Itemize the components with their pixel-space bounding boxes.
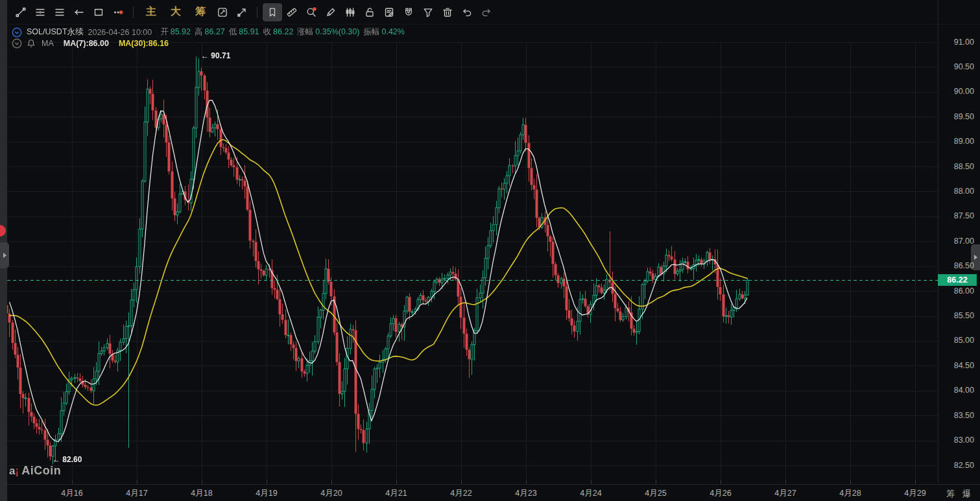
aicoin-logo-icon: a¡: [9, 465, 19, 478]
time-tick-label: 4月28: [839, 488, 861, 499]
time-tick-label: 4月16: [61, 488, 82, 499]
price-tick-label: 89.50: [954, 112, 974, 121]
price-tick-label: 87.00: [954, 237, 974, 246]
ruler-icon[interactable]: [282, 3, 302, 21]
time-axis[interactable]: 筹爆 4月164月174月184月194月204月214月224月234月244…: [7, 484, 980, 501]
notification-badge[interactable]: [0, 225, 6, 237]
indicator-shortcut-chips[interactable]: 筹: [946, 488, 955, 500]
field-label: 低: [229, 27, 237, 36]
horizontal-ray-icon[interactable]: [69, 3, 89, 21]
symbol-info-row: SOL/USDT永续 2026-04-26 10:00 开85.92高86.27…: [12, 27, 405, 38]
watermark-logo: a¡ AiCoin: [9, 464, 61, 478]
time-tick-label: 4月25: [645, 488, 666, 499]
field-label: 收: [263, 27, 272, 36]
price-tick-label: 82.50: [954, 461, 974, 470]
note-icon[interactable]: [379, 3, 399, 21]
brush-icon[interactable]: [321, 3, 341, 21]
more-tools-icon[interactable]: [108, 3, 128, 21]
collapse-ma-icon[interactable]: [12, 38, 22, 49]
price-tick-label: 86.00: [954, 286, 974, 296]
field-label: 开: [160, 27, 169, 36]
time-tick-label: 4月23: [515, 488, 536, 499]
rectangle-icon[interactable]: [89, 3, 108, 21]
collapse-symbol-icon[interactable]: [12, 27, 22, 38]
horizontal-line-icon[interactable]: [30, 3, 50, 21]
field-label: 涨幅: [297, 27, 313, 36]
candlestick-chart[interactable]: [7, 25, 938, 484]
trash-icon[interactable]: [438, 3, 457, 21]
alert-bell-icon[interactable]: [27, 39, 36, 48]
time-tick-label: 4月18: [191, 488, 212, 499]
bookmark-icon[interactable]: [263, 3, 282, 21]
candle-datetime: 2026-04-26 10:00: [88, 28, 152, 37]
drawing-toolbar: 主大筹: [7, 0, 980, 25]
price-tick-label: 88.00: [954, 187, 974, 196]
toolbar-separator: [133, 6, 134, 18]
large-chart-button[interactable]: 大: [163, 5, 188, 19]
time-tick-label: 4月22: [450, 488, 472, 499]
time-tick-label: 4月19: [256, 488, 277, 499]
price-tick-label: 84.00: [954, 386, 974, 395]
time-tick-label: 4月27: [774, 488, 796, 499]
ma30-value: MA(30):86.16: [119, 39, 169, 48]
chips-button[interactable]: 筹: [188, 5, 213, 19]
undo-icon[interactable]: [457, 3, 477, 21]
field-label: 振幅: [363, 27, 379, 36]
ma-indicator-label[interactable]: MA: [42, 39, 54, 48]
time-tick-label: 4月17: [126, 488, 147, 499]
chart-window: 主大筹 SOL/USDT永续 2026-04-26 10:00 开85.92高8…: [0, 0, 980, 501]
aicoin-logo-text: AiCoin: [21, 464, 61, 478]
time-tick-label: 4月21: [385, 488, 407, 499]
time-tick-label: 4月20: [320, 488, 342, 499]
field-value: 86.22: [273, 27, 293, 36]
low-marker: ← 82.60: [53, 455, 82, 464]
parallel-lines-icon[interactable]: [50, 3, 69, 21]
price-tick-label: 86.50: [954, 261, 974, 270]
last-price-badge: 86.22: [938, 274, 977, 286]
price-tick-label: 90.00: [954, 87, 974, 96]
toolbar-separator: [257, 6, 257, 18]
price-tick-label: 91.00: [954, 38, 974, 47]
indicator-shortcuts: 筹爆: [946, 488, 971, 500]
chevron-right-icon: [3, 253, 6, 258]
trend-line-icon[interactable]: [11, 3, 30, 21]
field-value: 86.27: [205, 27, 225, 36]
symbol-name[interactable]: SOL/USDT永续: [27, 27, 84, 38]
field-value: 0.42%: [381, 27, 404, 36]
ma7-value: MA(7):86.00: [64, 39, 109, 48]
ohlc-fields: 开85.92高86.27低85.91收86.22涨幅0.35%(0.30)振幅0…: [156, 27, 405, 38]
lock-icon[interactable]: [360, 3, 379, 21]
time-tick-label: 4月29: [904, 488, 926, 499]
field-value: 85.91: [239, 27, 259, 36]
measure-candles-icon[interactable]: [341, 3, 360, 21]
price-tick-label: 85.00: [954, 336, 974, 345]
price-tick-label: 84.50: [954, 361, 974, 370]
left-panel-expand-handle[interactable]: [0, 242, 9, 268]
magnet-icon[interactable]: [399, 3, 418, 21]
indicator-shortcut-burst[interactable]: 爆: [962, 488, 971, 500]
price-tick-label: 83.50: [954, 411, 974, 420]
annotate-icon[interactable]: [213, 3, 232, 21]
price-tick-label: 85.50: [954, 311, 974, 320]
redo-icon[interactable]: [477, 3, 496, 21]
price-tick-label: 83.00: [954, 436, 974, 445]
main-chart-button[interactable]: 主: [139, 5, 163, 19]
price-tick-label: 89.00: [954, 137, 974, 146]
field-label: 高: [195, 27, 203, 36]
field-value: 0.35%(0.30): [315, 27, 359, 36]
price-tick-label: 87.50: [954, 211, 974, 220]
time-tick-label: 4月24: [580, 488, 601, 499]
price-tick-label: 88.50: [954, 162, 974, 171]
high-marker: ← 90.71: [201, 51, 230, 60]
time-tick-label: 4月26: [710, 488, 731, 499]
price-tick-label: 90.50: [954, 62, 974, 71]
price-axis[interactable]: 91.0090.5090.0089.5089.0088.5088.0087.50…: [938, 0, 980, 484]
field-value: 85.92: [171, 27, 191, 36]
zoom-icon[interactable]: [302, 3, 321, 21]
ma-indicator-row: MA MA(7):86.00 MA(30):86.16: [12, 38, 169, 49]
trend-arrow-icon[interactable]: [232, 3, 252, 21]
filter-icon[interactable]: [418, 3, 438, 21]
